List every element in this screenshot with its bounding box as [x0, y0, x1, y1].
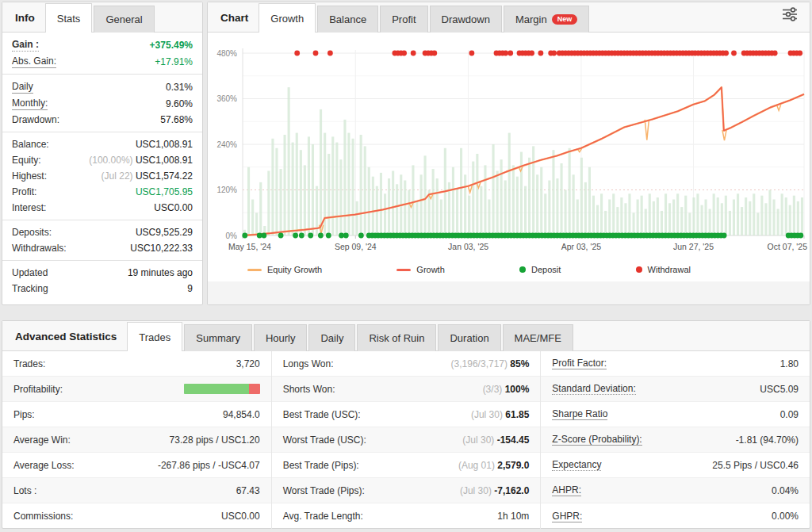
stat-value: 1h 10m: [497, 511, 529, 522]
stats-list: Gain :+375.49%Abs. Gain:+17.91%Daily0.31…: [2, 33, 202, 300]
legend-item-equity-growth: Equity Growth: [247, 265, 322, 274]
advanced-statistics-title: Advanced Statistics: [9, 331, 126, 350]
stat-value: 0.04%: [772, 485, 799, 496]
stat-label: Best Trade (Pips):: [283, 460, 359, 471]
stat-label: Sharpe Ratio: [552, 408, 607, 420]
stat-value-main: 85%: [510, 358, 529, 369]
stat-value: 19 minutes ago: [128, 266, 193, 279]
stat-value-main: USC5.09: [760, 384, 799, 395]
stat-row-worst-trade-pips: Worst Trade (Pips):(Jul 30) -7,162.0: [272, 478, 541, 503]
svg-text:Jun 27, '25: Jun 27, '25: [673, 242, 714, 251]
svg-text:Oct 07, '25: Oct 07, '25: [768, 242, 808, 251]
stat-label: Worst Trade (Pips):: [283, 485, 365, 496]
stat-value: 0.31%: [166, 81, 193, 94]
tab-balance[interactable]: Balance: [317, 6, 378, 33]
stat-value-main: 0.04%: [772, 485, 799, 496]
stat-row-ghpr: GHPR:0.00%: [541, 503, 810, 529]
stats-group: Gain :+375.49%Abs. Gain:+17.91%: [2, 33, 202, 75]
stat-label: Expectancy: [552, 459, 601, 471]
stat-label: Drawdown:: [12, 113, 59, 126]
stat-value: 9.60%: [166, 98, 193, 110]
tab-stats[interactable]: Stats: [45, 3, 93, 33]
stat-value-main: 100%: [505, 384, 530, 395]
stats-group: Updated19 minutes agoTracking9: [2, 261, 202, 300]
legend-item-withdrawal: Withdrawal: [636, 265, 691, 274]
tab-margin[interactable]: MarginNew: [504, 6, 589, 33]
tab-growth[interactable]: Growth: [259, 3, 316, 33]
tab-daily[interactable]: Daily: [308, 324, 355, 351]
stat-label: Standard Deviation:: [552, 383, 635, 395]
stat-label: Abs. Gain:: [12, 55, 56, 68]
filters-icon[interactable]: [776, 3, 803, 29]
bottom-tabbar: Advanced Statistics TradesSummaryHourlyD…: [2, 321, 810, 351]
stat-label: Daily: [12, 80, 33, 94]
stat-value-main: 73.28 pips / USC1.20: [170, 434, 260, 446]
legend-label: Equity Growth: [267, 265, 322, 274]
legend-item-growth: Growth: [396, 265, 444, 274]
stat-row-monthly: Monthly:9.60%: [2, 95, 202, 112]
stat-row-best-trade-pips: Best Trade (Pips):(Aug 01) 2,579.0: [272, 453, 541, 478]
stat-row-profitability: Profitability:: [2, 377, 271, 402]
tab-label: Margin: [515, 13, 547, 25]
stat-label: Trades:: [13, 358, 45, 369]
stat-row-z-score-probability: Z-Score (Probability):-1.81 (94.70%): [541, 427, 810, 453]
tab-label: Stats: [57, 13, 81, 25]
tab-trades[interactable]: Trades: [127, 322, 182, 351]
tab-hourly[interactable]: Hourly: [254, 324, 308, 351]
chart-footer-strip: [208, 281, 810, 304]
stat-value-prefix: (3/3): [483, 384, 505, 395]
stat-value: (Jul 30) -7,162.0: [460, 485, 529, 496]
growth-chart[interactable]: May 15, '24Sep 09, '24Jan 03, '25Apr 03,…: [208, 33, 810, 258]
tab-general[interactable]: General: [94, 6, 154, 33]
stat-row-deposits: Deposits:USC9,525.29: [2, 224, 202, 240]
new-badge: New: [552, 14, 578, 25]
tab-profit[interactable]: Profit: [380, 6, 427, 33]
stat-label: Tracking: [12, 282, 48, 295]
svg-text:0%: 0%: [226, 232, 238, 240]
stat-value-main: 94,854.0: [223, 409, 260, 420]
tab-summary[interactable]: Summary: [184, 324, 252, 351]
stat-value: 0.09: [780, 409, 799, 420]
stat-row-highest: Highest:(Jul 22) USC1,574.22: [2, 168, 202, 184]
stat-row-average-loss: Average Loss:-267.86 pips / -USC4.07: [2, 453, 271, 478]
stat-value: USC1,008.91: [136, 138, 193, 151]
profitability-bar: [184, 384, 260, 394]
stat-value: (Aug 01) 2,579.0: [458, 460, 529, 471]
stat-row-average-win: Average Win:73.28 pips / USC1.20: [2, 427, 271, 453]
chart-legend: Equity GrowthGrowthDepositWithdrawal: [208, 258, 810, 281]
stat-value: USC9,525.29: [136, 226, 193, 239]
stat-value: 73.28 pips / USC1.20: [170, 434, 260, 446]
stat-value: (Jul 22) USC1,574.22: [102, 170, 193, 182]
tab-drawdown[interactable]: Drawdown: [430, 6, 502, 33]
stat-row-worst-trade-usc: Worst Trade (USC):(Jul 30) -154.45: [272, 427, 541, 453]
stat-value-main: 67.43: [236, 485, 260, 496]
statistics-table: Trades:3,720Profitability:Pips:94,854.0A…: [2, 351, 810, 529]
tab-info[interactable]: Info: [9, 12, 44, 32]
stat-label: Worst Trade (USC):: [283, 434, 366, 446]
stat-row-drawdown: Drawdown:57.68%: [2, 112, 202, 128]
tab-label: Summary: [196, 332, 240, 344]
stat-value: USC1,705.95: [136, 186, 193, 198]
tab-duration[interactable]: Duration: [438, 324, 500, 351]
tab-label: Hourly: [266, 332, 296, 344]
stat-row-abs-gain: Abs. Gain:+17.91%: [2, 53, 202, 70]
legend-dot-swatch: [519, 266, 526, 273]
stat-row-best-trade-usc: Best Trade (USC):(Jul 30) 61.85: [272, 402, 541, 427]
stat-label: Updated: [12, 266, 48, 279]
stat-row-tracking: Tracking9: [2, 281, 202, 297]
statistics-column: Trades:3,720Profitability:Pips:94,854.0A…: [2, 351, 271, 529]
stat-row-sharpe-ratio: Sharpe Ratio0.09: [541, 402, 810, 427]
stat-row-longs-won: Longs Won:(3,196/3,717) 85%: [272, 351, 541, 377]
stat-value-prefix: (Jul 30): [460, 485, 494, 496]
account-stats-panel: Info StatsGeneral Gain :+375.49%Abs. Gai…: [2, 2, 203, 305]
stat-value: USC0.00: [221, 511, 260, 522]
stat-value-main: -7,162.0: [494, 485, 529, 496]
stat-row-profit-factor: Profit Factor:1.80: [541, 351, 810, 377]
tab-label: General: [105, 13, 142, 25]
tab-risk-of-ruin[interactable]: Risk of Ruin: [357, 324, 436, 351]
stat-label: Lots :: [13, 485, 36, 496]
stat-label: Shorts Won:: [283, 384, 335, 395]
tab-mae-mfe[interactable]: MAE/MFE: [503, 324, 573, 351]
stat-label: Balance:: [12, 138, 49, 151]
tab-chart[interactable]: Chart: [214, 12, 258, 32]
